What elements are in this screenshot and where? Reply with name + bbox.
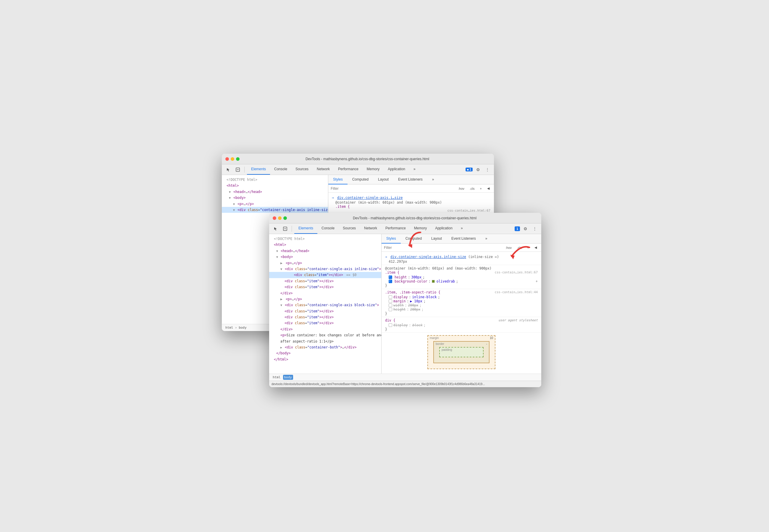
rule-arrow-front-0[interactable]: → (385, 255, 387, 259)
checkbox-width-empty[interactable] (389, 304, 392, 307)
html-doctype[interactable]: <!DOCTYPE html> (269, 236, 381, 242)
bc-body-back[interactable]: body (237, 325, 248, 330)
html-div-item-3[interactable]: <div class="item"></div> (269, 284, 381, 290)
add-prop-btn[interactable]: + (536, 279, 538, 283)
html-panel-front[interactable]: <!DOCTYPE html> <html> <head>…</head> <b… (269, 234, 381, 374)
tab-memory-back[interactable]: Memory (362, 164, 383, 175)
html-div-close[interactable]: </div> (269, 290, 381, 296)
tab-performance-front[interactable]: Performance (381, 223, 410, 234)
tab-network-front[interactable]: Network (360, 223, 381, 234)
collapse-btn-front[interactable]: ◀ (532, 245, 539, 250)
html-p1[interactable]: ▶ <p>…</p> (269, 260, 381, 266)
color-swatch[interactable] (432, 280, 435, 283)
close-button-front[interactable] (273, 216, 276, 220)
cursor-icon-front[interactable] (271, 225, 280, 233)
html-body-close[interactable]: </body> (269, 350, 381, 356)
styles-tab-events-front[interactable]: Event Listeners (447, 234, 481, 244)
styles-tab-computed-front[interactable]: Computed (401, 234, 427, 244)
minimize-button-front[interactable] (278, 216, 281, 220)
html-p3-cont[interactable]: after aspect-ratio 1:1</p> (269, 338, 381, 344)
hov-btn-front[interactable]: :hov (504, 245, 514, 250)
tab-elements-front[interactable]: Elements (294, 223, 317, 234)
tab-performance-back[interactable]: Performance (334, 164, 362, 175)
styles-tab-computed-back[interactable]: Computed (347, 175, 373, 184)
close-button-back[interactable] (225, 157, 229, 161)
cls-btn-back[interactable]: .cls (468, 186, 477, 191)
cls-btn-front[interactable]: .cls (515, 245, 524, 250)
menu-icon-back[interactable]: ⋮ (483, 166, 492, 174)
window-title-front: DevTools - mathiasbynens.github.io/css-d… (292, 216, 538, 220)
add-btn-back[interactable]: + (478, 186, 484, 191)
html-html-close[interactable]: </html> (269, 356, 381, 362)
html-line-back-1[interactable]: <html> (222, 183, 328, 189)
settings-icon-back[interactable]: ⚙ (474, 166, 482, 174)
html-p3[interactable]: <p>Size container: box changes color at … (269, 332, 381, 338)
margin-label: margin (430, 336, 439, 340)
html-div-item-selected[interactable]: <div class="item"></div> == $0 (269, 272, 381, 278)
checkbox-margin-empty[interactable] (389, 299, 392, 303)
html-line-back-3[interactable]: <body> (222, 195, 328, 201)
tab-more-front[interactable]: » (457, 223, 467, 234)
inspect-icon[interactable] (234, 166, 242, 174)
html-line-back-0[interactable]: <!DOCTYPE html> (222, 177, 328, 183)
styles-tab-more-front[interactable]: » (481, 234, 492, 244)
checkbox-bgcol[interactable] (389, 280, 392, 283)
filter-input-front[interactable] (384, 246, 501, 250)
collapse-btn-back[interactable]: ◀ (485, 186, 492, 191)
maximize-button-front[interactable] (283, 216, 287, 220)
tab-sources-front[interactable]: Sources (339, 223, 360, 234)
tab-application-front[interactable]: Application (431, 223, 457, 234)
checkbox-display-empty[interactable] (389, 295, 392, 299)
maximize-button-back[interactable] (236, 157, 239, 161)
minimize-button-back[interactable] (231, 157, 234, 161)
styles-tab-events-back[interactable]: Event Listeners (394, 175, 428, 184)
tab-console-front[interactable]: Console (317, 223, 339, 234)
tab-memory-front[interactable]: Memory (410, 223, 431, 234)
filter-input-back[interactable] (331, 186, 454, 191)
html-div-item-bs-2[interactable]: <div class="item"></div> (269, 314, 381, 320)
tab-more-back[interactable]: » (410, 164, 420, 175)
styles-tab-layout-back[interactable]: Layout (373, 175, 394, 184)
html-body[interactable]: <body> (269, 254, 381, 260)
html-line-back-2[interactable]: <head>…</head> (222, 189, 328, 195)
html-div-item-bs-1[interactable]: <div class="item"></div> (269, 308, 381, 314)
bc-html-back[interactable]: html (224, 325, 234, 330)
bc-html-front[interactable]: html (271, 375, 282, 380)
html-line-back-5[interactable]: <div class="container-single-axis inline… (222, 207, 328, 213)
add-btn-front[interactable]: + (525, 245, 531, 250)
rule-link-front-0[interactable]: div.container-single-axis.inline-size (391, 255, 466, 259)
settings-icon-front[interactable]: ⚙ (521, 225, 530, 233)
checkbox-height[interactable] (389, 275, 392, 279)
styles-tab-styles-front[interactable]: Styles (381, 234, 401, 244)
checkbox-display-ua[interactable] (389, 323, 392, 327)
checkbox-height-empty[interactable] (389, 308, 392, 311)
tab-network-back[interactable]: Network (312, 164, 334, 175)
html-head[interactable]: <head>…</head> (269, 248, 381, 254)
html-html[interactable]: <html> (269, 242, 381, 248)
cursor-icon[interactable] (224, 166, 232, 174)
html-div-close-2[interactable]: </div> (269, 326, 381, 332)
bc-body-front[interactable]: body (283, 375, 293, 380)
styles-tab-more-back[interactable]: » (428, 175, 439, 184)
rule-file-front-1: css-contain…ies.html:67 (495, 270, 538, 274)
html-line-back-4[interactable]: <p>…</p> (222, 201, 328, 207)
border-value: - (486, 342, 487, 346)
tab-console-back[interactable]: Console (270, 164, 291, 175)
styles-content-front[interactable]: → div.container-single-axis.inline-size … (381, 252, 541, 374)
html-div-both[interactable]: <div class="container-both">…</div> (269, 344, 381, 350)
tab-application-back[interactable]: Application (383, 164, 410, 175)
rule-arrow-back-0[interactable]: → (332, 196, 334, 200)
styles-tab-styles-back[interactable]: Styles (328, 175, 347, 184)
html-p2[interactable]: ▶ <p>…</p> (269, 296, 381, 302)
html-div-item-bs-3[interactable]: <div class="item"></div> (269, 320, 381, 326)
rule-link-back-0[interactable]: div.container-single-axis.i…size (337, 196, 403, 200)
menu-icon-front[interactable]: ⋮ (531, 225, 539, 233)
html-div-item-2[interactable]: <div class="item"></div> (269, 278, 381, 284)
styles-tab-layout-front[interactable]: Layout (427, 234, 447, 244)
html-div-blocksize[interactable]: <div class="container-single-axis block-… (269, 302, 381, 308)
inspect-icon-front[interactable] (281, 225, 289, 233)
tab-sources-back[interactable]: Sources (291, 164, 312, 175)
tab-elements-back[interactable]: Elements (247, 164, 270, 175)
html-div-container[interactable]: <div class="container-single-axis inline… (269, 266, 381, 272)
hov-btn-back[interactable]: :hov (456, 186, 467, 191)
